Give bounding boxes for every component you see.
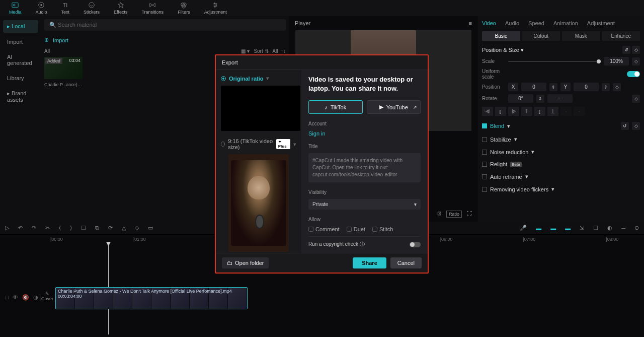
share-tiktok-button[interactable]: ♪TikTok: [308, 100, 363, 114]
pos-x[interactable]: 0: [521, 83, 546, 91]
ratio-button[interactable]: Ratio: [446, 211, 462, 218]
visibility-select[interactable]: Private▾: [308, 199, 421, 210]
copy-icon[interactable]: ⧉: [95, 225, 99, 231]
tl-icon-a[interactable]: ⇲: [580, 225, 584, 231]
compare-icon[interactable]: ⊡: [437, 211, 441, 218]
info-icon[interactable]: ⓘ: [360, 241, 365, 247]
stabilize-section[interactable]: Stabilize ▾: [482, 136, 640, 143]
uniform-toggle[interactable]: [627, 71, 640, 77]
video-clip[interactable]: Charlie Puth & Selena Gomez - We Don't T…: [55, 287, 248, 309]
scale-kf-icon[interactable]: ◇: [632, 57, 640, 65]
subtab-enhance[interactable]: Enhance: [602, 31, 640, 41]
tab-animation[interactable]: Animation: [553, 20, 578, 26]
rotate-value[interactable]: 0°: [508, 94, 533, 103]
align-vcenter-icon[interactable]: ⫿: [534, 107, 545, 116]
undo-icon[interactable]: ↶: [18, 225, 23, 231]
align-bottom-icon[interactable]: ⟘: [547, 107, 558, 116]
allow-comment-checkbox[interactable]: Comment: [308, 226, 340, 232]
tl-btn2[interactable]: ▬: [550, 225, 556, 231]
fullscreen-icon[interactable]: ⛶: [467, 211, 472, 218]
tool-effects[interactable]: Effects: [114, 2, 127, 15]
blend-section[interactable]: Blend ▾↺ ◇: [482, 122, 640, 130]
pos-y[interactable]: 0: [574, 83, 599, 91]
open-folder-button[interactable]: 🗀Open folder: [222, 257, 269, 268]
allow-duet-checkbox[interactable]: Duet: [347, 226, 365, 232]
align-hcenter-icon[interactable]: ⫿: [495, 107, 506, 116]
noise-section[interactable]: Noise reduction ▾: [482, 149, 640, 155]
tab-adjustment[interactable]: Adjustment: [587, 20, 615, 26]
relight-section[interactable]: Relight Beta: [482, 161, 640, 167]
rotate-extra[interactable]: –: [547, 94, 573, 103]
sidebar-brand[interactable]: ▸ Brand assets: [3, 87, 38, 106]
tl-btn3[interactable]: ▬: [565, 225, 571, 231]
split-icon[interactable]: ✂: [45, 225, 50, 231]
flicker-section[interactable]: Removing video flickers ▾: [482, 186, 640, 192]
eye-icon[interactable]: 👁: [13, 294, 18, 301]
signin-link[interactable]: Sign in: [308, 130, 421, 137]
scale-value[interactable]: 100%: [604, 57, 629, 65]
marker-icon[interactable]: ◇: [135, 225, 139, 231]
tab-video[interactable]: Video: [482, 20, 496, 26]
ratio-original-radio[interactable]: Original ratio ▾: [221, 75, 296, 82]
reframe-section[interactable]: Auto reframe ▾: [482, 173, 640, 180]
tab-speed[interactable]: Speed: [528, 20, 544, 26]
copyright-toggle[interactable]: [410, 242, 421, 247]
sidebar-library[interactable]: Library: [3, 72, 38, 84]
align-top-icon[interactable]: ⟙: [521, 107, 532, 116]
tl-icon-c[interactable]: ◐: [607, 225, 612, 231]
mic-icon[interactable]: 🎤: [520, 225, 527, 231]
reset-icon[interactable]: ↺: [622, 46, 630, 54]
allow-stitch-checkbox[interactable]: Stitch: [372, 226, 393, 232]
pos-kf-icon[interactable]: ◇: [613, 83, 621, 91]
delete-icon[interactable]: ☐: [81, 225, 86, 231]
scale-slider[interactable]: [508, 61, 601, 62]
tl-icon-b[interactable]: ☐: [593, 225, 598, 231]
mirror-icon[interactable]: ⟳: [108, 225, 113, 231]
subtab-basic[interactable]: Basic: [482, 31, 520, 41]
tool-audio[interactable]: Audio: [36, 2, 47, 15]
search-input[interactable]: 🔍 Search material: [44, 19, 286, 31]
tool-text[interactable]: TIText: [61, 2, 70, 15]
trim-right-icon[interactable]: ⟩: [70, 225, 72, 231]
ratio-916-radio[interactable]: 9:16 (TikTok video size) ✦ Plus ▾: [221, 138, 296, 150]
title-input[interactable]: #CapCut I made this amazing video with C…: [308, 153, 421, 182]
tool-media[interactable]: Media: [9, 2, 22, 15]
player-menu-icon[interactable]: ≡: [469, 20, 472, 26]
tl-btn1[interactable]: ▬: [536, 225, 541, 231]
import-button[interactable]: ⊕ Import: [44, 35, 286, 45]
warning-icon[interactable]: △: [122, 225, 126, 231]
cancel-button[interactable]: Cancel: [390, 257, 422, 268]
mute-icon[interactable]: 🔇: [22, 294, 29, 301]
view-grid-icon[interactable]: ▦ ▾: [241, 48, 250, 54]
cover-button[interactable]: ✎Cover: [41, 291, 53, 301]
tab-audio[interactable]: Audio: [505, 20, 519, 26]
media-filter-all[interactable]: All: [44, 48, 50, 54]
share-youtube-button[interactable]: ▶YouTube↗: [367, 100, 421, 114]
tool-transitions[interactable]: Transitions: [141, 2, 164, 15]
tool-stickers[interactable]: Stickers: [84, 2, 100, 15]
lock-icon[interactable]: □: [5, 294, 9, 301]
redo-icon[interactable]: ↷: [32, 225, 36, 231]
select-tool-icon[interactable]: ▷: [5, 225, 9, 231]
trim-left-icon[interactable]: ⟨: [59, 225, 61, 231]
sort-all[interactable]: All: [272, 48, 278, 54]
sort-button[interactable]: Sort ⇅: [254, 48, 268, 54]
rotate-kf-icon[interactable]: ◇: [632, 95, 640, 103]
sidebar-local[interactable]: ▸ Local: [3, 20, 38, 33]
zoom-icon[interactable]: ⊙: [634, 225, 639, 231]
subtab-cutout[interactable]: Cutout: [522, 31, 560, 41]
tool-filters[interactable]: Filters: [178, 2, 190, 15]
sidebar-ai[interactable]: AI generated: [3, 51, 38, 69]
align-left-icon[interactable]: ⫷: [482, 107, 493, 116]
subtab-mask[interactable]: Mask: [562, 31, 600, 41]
sidebar-import[interactable]: Import: [3, 36, 38, 48]
hide-icon[interactable]: ◑: [33, 294, 38, 301]
share-button[interactable]: Share: [353, 257, 386, 268]
crop-icon[interactable]: ▭: [148, 225, 153, 231]
tl-icon-d[interactable]: ─: [621, 225, 625, 231]
modal-title: Export: [216, 55, 428, 70]
keyframe-icon[interactable]: ◇: [632, 46, 640, 54]
sort-dir-icon[interactable]: ↑↓: [281, 48, 286, 54]
tool-adjustment[interactable]: Adjustment: [204, 2, 227, 15]
align-right-icon[interactable]: ⫸: [508, 107, 519, 116]
